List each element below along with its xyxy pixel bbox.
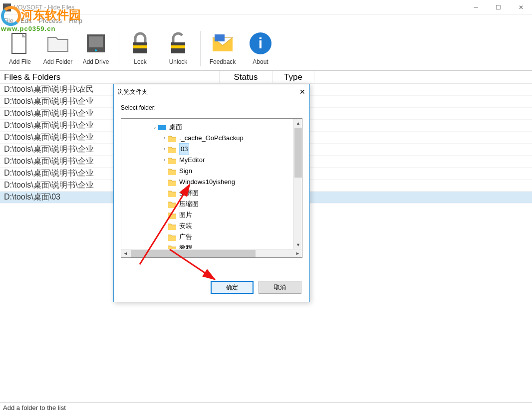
add-folder-label: Add Folder — [43, 58, 73, 65]
dialog-titlebar: 浏览文件夹 ✕ — [114, 84, 309, 99]
envelope-icon — [211, 31, 235, 55]
cancel-button[interactable]: 取消 — [259, 281, 301, 294]
svg-rect-6 — [133, 45, 147, 48]
menu-help[interactable]: Help — [69, 17, 82, 24]
feedback-button[interactable]: Feedback — [205, 26, 241, 70]
close-button[interactable]: ✕ — [510, 0, 532, 15]
unlock-icon — [166, 31, 190, 55]
list-header: Files & Folders Status Type — [0, 71, 532, 84]
menubar: File Edit Process Help — [0, 15, 532, 26]
svg-rect-8 — [171, 45, 185, 48]
folder-tree[interactable]: ⌄桌面›._cache_GoPcBackup›03›MyEditorSignWi… — [121, 118, 302, 258]
add-drive-label: Add Drive — [83, 58, 109, 65]
browse-folder-dialog: 浏览文件夹 ✕ Select folder: ⌄桌面›._cache_GoPcB… — [113, 84, 310, 302]
scroll-down-icon[interactable]: ▼ — [294, 240, 302, 249]
add-drive-button[interactable]: Add Drive — [78, 26, 114, 70]
scrollbar-vertical[interactable]: ▲ ▼ — [293, 119, 302, 249]
column-files[interactable]: Files & Folders — [0, 71, 220, 83]
file-icon — [8, 31, 32, 55]
menu-edit[interactable]: Edit — [20, 17, 31, 24]
titlebar: VOVSOFT - Hide Files ─ ☐ ✕ — [0, 0, 532, 15]
svg-rect-11 — [215, 34, 225, 41]
drive-icon — [84, 31, 108, 55]
add-file-label: Add File — [9, 58, 31, 65]
status-text: Add a folder to the list — [3, 404, 66, 412]
add-folder-button[interactable]: Add Folder — [40, 26, 76, 70]
dialog-prompt: Select folder: — [121, 104, 302, 111]
svg-text:i: i — [259, 35, 263, 51]
svg-point-4 — [95, 49, 97, 51]
about-button[interactable]: i About — [243, 26, 278, 70]
window-title: VOVSOFT - Hide Files — [14, 4, 74, 11]
scroll-right-icon[interactable]: ► — [293, 249, 302, 258]
toolbar: Add File Add Folder Add Drive Lock Unloc… — [0, 26, 532, 71]
scroll-thumb[interactable] — [131, 250, 256, 257]
dialog-buttons: 确定 取消 — [211, 281, 301, 294]
minimize-button[interactable]: ─ — [465, 0, 487, 15]
unlock-button[interactable]: Unlock — [160, 26, 196, 70]
lock-label: Lock — [134, 58, 146, 65]
column-type[interactable]: Type — [272, 71, 314, 83]
column-status[interactable]: Status — [220, 71, 272, 83]
ok-button[interactable]: 确定 — [211, 281, 254, 294]
svg-rect-14 — [158, 125, 166, 130]
tree-item[interactable]: ›MyEditor — [121, 155, 302, 166]
scroll-thumb[interactable] — [294, 128, 302, 178]
menu-process[interactable]: Process — [38, 17, 62, 24]
unlock-label: Unlock — [169, 58, 188, 65]
menu-file[interactable]: File — [3, 17, 13, 24]
tree-root[interactable]: ⌄桌面 — [121, 122, 302, 133]
tree-item[interactable]: 全屏图 — [121, 188, 302, 199]
separator — [118, 31, 118, 66]
folder-icon — [46, 31, 70, 55]
window-controls: ─ ☐ ✕ — [465, 0, 532, 15]
tree-item[interactable]: 安装 — [121, 220, 302, 231]
feedback-label: Feedback — [210, 58, 236, 65]
tree-item[interactable]: ›03 — [121, 144, 302, 155]
statusbar: Add a folder to the list — [0, 402, 532, 413]
about-label: About — [253, 58, 268, 65]
tree-item[interactable]: Windows10yisheng — [121, 177, 302, 188]
separator — [200, 31, 201, 66]
scroll-up-icon[interactable]: ▲ — [294, 119, 302, 127]
tree-item[interactable]: 图片 — [121, 209, 302, 220]
tree-item[interactable]: Sign — [121, 166, 302, 177]
svg-rect-3 — [89, 36, 103, 47]
dialog-body: Select folder: ⌄桌面›._cache_GoPcBackup›03… — [114, 99, 309, 263]
add-file-button[interactable]: Add File — [2, 26, 38, 70]
scrollbar-horizontal[interactable]: ◄ ► — [121, 249, 302, 257]
dialog-close-button[interactable]: ✕ — [299, 88, 305, 96]
info-icon: i — [249, 31, 272, 55]
lock-button[interactable]: Lock — [122, 26, 158, 70]
tree-item[interactable]: 压缩图 — [121, 199, 302, 209]
tree-item[interactable]: ›._cache_GoPcBackup — [121, 133, 302, 144]
dialog-title-text: 浏览文件夹 — [118, 88, 148, 96]
tree-item[interactable]: 广告 — [121, 231, 302, 242]
lock-icon — [128, 31, 152, 55]
maximize-button[interactable]: ☐ — [487, 0, 510, 15]
app-icon — [3, 3, 11, 11]
scroll-left-icon[interactable]: ◄ — [121, 249, 130, 258]
